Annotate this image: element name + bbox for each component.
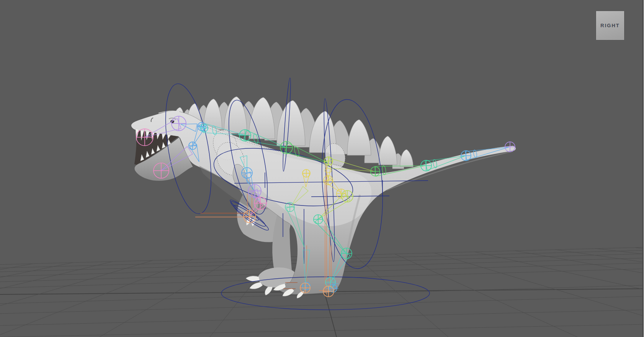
joint-snout[interactable] [136, 129, 153, 146]
joint-tail-tip[interactable] [505, 142, 515, 152]
camera-orientation-label: RIGHT [596, 11, 624, 40]
joint-elbow[interactable] [242, 168, 252, 178]
joint-neck-1[interactable] [198, 122, 206, 131]
joint-tail-2[interactable] [421, 160, 432, 171]
scene-canvas [0, 0, 644, 337]
joint-heel[interactable] [341, 248, 352, 259]
joint-spine-1[interactable] [200, 124, 208, 132]
joint-ankle[interactable] [314, 215, 323, 224]
joint-forearm[interactable] [248, 184, 261, 197]
joint-tail-3[interactable] [461, 151, 471, 161]
joint-knee-a[interactable] [337, 189, 346, 198]
joint-hip[interactable] [324, 157, 333, 165]
foot-control-ring[interactable] [323, 286, 334, 297]
3d-viewport[interactable]: RIGHT [0, 0, 644, 337]
joint-neck-2[interactable] [189, 142, 196, 150]
joint-skull[interactable] [172, 116, 186, 131]
far-foot-control-ring[interactable] [300, 283, 310, 293]
joint-knee-b[interactable] [342, 191, 353, 202]
joint-jaw-tip[interactable] [154, 163, 169, 178]
hand-control-ring[interactable] [244, 210, 256, 223]
joint-femur[interactable] [324, 176, 333, 185]
joint-spine-2[interactable] [239, 130, 251, 141]
joint-far-knee[interactable] [285, 202, 294, 212]
joint-tail-base[interactable] [371, 167, 380, 176]
joint-far-hip[interactable] [302, 169, 310, 177]
joint-spine-3[interactable] [280, 141, 293, 154]
joint-wrist[interactable] [254, 197, 266, 209]
